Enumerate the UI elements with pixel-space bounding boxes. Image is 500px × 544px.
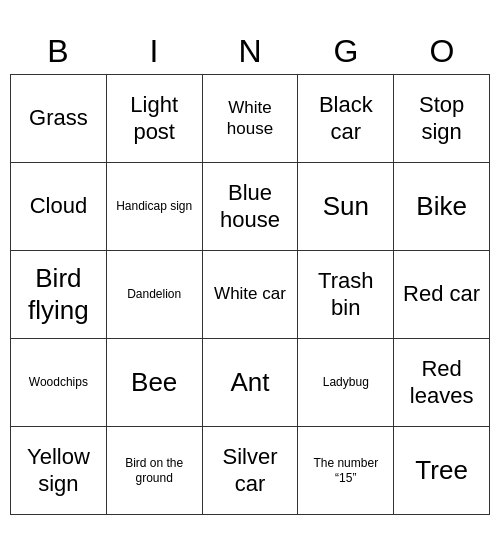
cell-text: The number “15”: [301, 456, 390, 485]
cell-text: Silver car: [206, 444, 295, 497]
cell-text: Bird flying: [14, 263, 103, 325]
cell-text: Grass: [29, 105, 88, 131]
cell-text: White house: [206, 98, 295, 139]
bingo-cell: Woodchips: [11, 339, 107, 427]
bingo-cell: Blue house: [203, 163, 299, 251]
cell-text: Sun: [323, 191, 369, 222]
header-letter: O: [394, 29, 490, 74]
bingo-cell: Red car: [394, 251, 490, 339]
header-letter: B: [10, 29, 106, 74]
bingo-cell: White car: [203, 251, 299, 339]
bingo-card: BINGO GrassLight postWhite houseBlack ca…: [10, 29, 490, 515]
bingo-grid: GrassLight postWhite houseBlack carStop …: [10, 74, 490, 515]
bingo-cell: Ladybug: [298, 339, 394, 427]
cell-text: Dandelion: [127, 287, 181, 301]
cell-text: Light post: [110, 92, 199, 145]
cell-text: Yellow sign: [14, 444, 103, 497]
cell-text: White car: [214, 284, 286, 304]
bingo-cell: Trash bin: [298, 251, 394, 339]
cell-text: Cloud: [30, 193, 87, 219]
cell-text: Ladybug: [323, 375, 369, 389]
cell-text: Woodchips: [29, 375, 88, 389]
bingo-header: BINGO: [10, 29, 490, 74]
cell-text: Handicap sign: [116, 199, 192, 213]
cell-text: Red leaves: [397, 356, 486, 409]
bingo-cell: White house: [203, 75, 299, 163]
bingo-cell: Ant: [203, 339, 299, 427]
bingo-cell: Bird on the ground: [107, 427, 203, 515]
cell-text: Blue house: [206, 180, 295, 233]
bingo-cell: The number “15”: [298, 427, 394, 515]
header-letter: G: [298, 29, 394, 74]
cell-text: Black car: [301, 92, 390, 145]
bingo-cell: Tree: [394, 427, 490, 515]
bingo-cell: Red leaves: [394, 339, 490, 427]
cell-text: Red car: [403, 281, 480, 307]
bingo-cell: Cloud: [11, 163, 107, 251]
bingo-cell: Bee: [107, 339, 203, 427]
cell-text: Trash bin: [301, 268, 390, 321]
bingo-cell: Bird flying: [11, 251, 107, 339]
cell-text: Bee: [131, 367, 177, 398]
bingo-cell: Bike: [394, 163, 490, 251]
bingo-cell: Yellow sign: [11, 427, 107, 515]
bingo-cell: Stop sign: [394, 75, 490, 163]
cell-text: Bird on the ground: [110, 456, 199, 485]
bingo-cell: Sun: [298, 163, 394, 251]
bingo-cell: Grass: [11, 75, 107, 163]
bingo-cell: Handicap sign: [107, 163, 203, 251]
bingo-cell: Silver car: [203, 427, 299, 515]
bingo-cell: Black car: [298, 75, 394, 163]
cell-text: Tree: [415, 455, 468, 486]
cell-text: Ant: [230, 367, 269, 398]
header-letter: I: [106, 29, 202, 74]
header-letter: N: [202, 29, 298, 74]
bingo-cell: Light post: [107, 75, 203, 163]
cell-text: Bike: [416, 191, 467, 222]
cell-text: Stop sign: [397, 92, 486, 145]
bingo-cell: Dandelion: [107, 251, 203, 339]
